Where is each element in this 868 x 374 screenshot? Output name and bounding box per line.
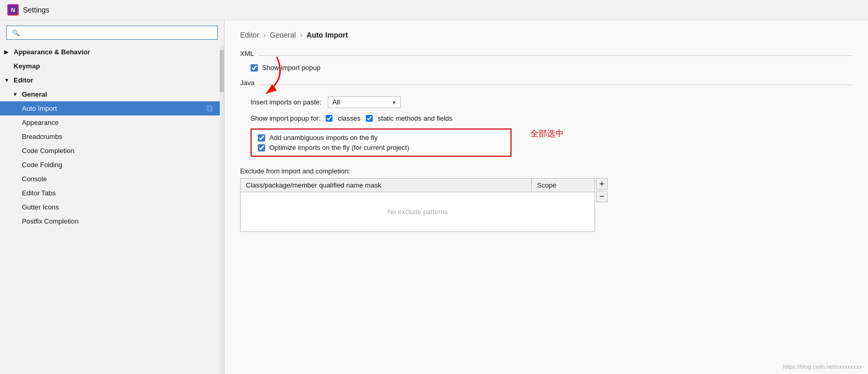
add-unambiguous-checkbox[interactable] <box>258 134 265 142</box>
show-import-for-row: Show import popup for: classes static me… <box>240 114 852 122</box>
classes-checkbox[interactable] <box>326 115 332 122</box>
insert-imports-select-wrapper: All Ask None <box>328 96 401 108</box>
sidebar-scrollbar[interactable] <box>220 45 224 374</box>
xml-section: XML Show import popup <box>240 50 852 72</box>
static-methods-checkbox[interactable] <box>366 115 373 122</box>
sidebar-item-label: Code Completion <box>22 147 74 155</box>
optimize-imports-row: Optimize imports on the fly (for current… <box>258 144 504 151</box>
exclude-empty-text: No exclude patterns <box>241 192 594 231</box>
breadcrumb: Editor › General › Auto Import <box>240 31 852 39</box>
insert-imports-select[interactable]: All Ask None <box>328 96 401 108</box>
show-import-popup-checkbox[interactable] <box>251 64 258 72</box>
classes-label: classes <box>338 114 360 122</box>
scrollbar-thumb[interactable] <box>220 50 224 92</box>
breadcrumb-sep-2: › <box>300 31 305 39</box>
sidebar-item-label: Code Folding <box>22 161 62 169</box>
xml-section-label: XML <box>240 50 254 57</box>
col-scope-header: Scope <box>532 179 594 192</box>
expand-arrow: ▼ <box>13 91 19 97</box>
breadcrumb-part-1: Editor <box>240 31 259 39</box>
java-section: Java Insert imports on paste: All Ask No… <box>240 79 852 163</box>
sidebar-item-general[interactable]: ▼ General <box>0 87 220 101</box>
insert-imports-label: Insert imports on paste: <box>251 98 322 106</box>
main-panel: Editor › General › Auto Import XML Show … <box>224 20 868 374</box>
search-icon: 🔍 <box>12 29 20 37</box>
table-actions: + − <box>596 178 608 202</box>
show-import-popup-row: Show import popup <box>240 64 852 72</box>
optimize-imports-label: Optimize imports on the fly (for current… <box>269 144 409 151</box>
sidebar-item-code-folding[interactable]: Code Folding <box>0 158 220 172</box>
svg-text:N: N <box>11 7 15 13</box>
search-wrapper: 🔍 <box>0 20 224 45</box>
app-icon: N <box>7 4 19 16</box>
expand-arrow: ▼ <box>4 77 10 83</box>
exclude-section: Exclude from import and completion: Clas… <box>240 167 852 232</box>
add-unambiguous-row: Add unambiguous imports on the fly <box>258 134 504 142</box>
xml-divider <box>258 55 852 56</box>
exclude-label: Exclude from import and completion: <box>240 167 852 175</box>
sidebar-item-label: Appearance & Behavior <box>14 48 90 56</box>
sidebar-item-label: Editor <box>14 76 33 84</box>
window-title: Settings <box>23 6 50 14</box>
sidebar-scroll-wrapper: ▶ Appearance & Behavior Keymap ▼ Editor … <box>0 45 224 374</box>
exclude-table: Class/package/member qualified name mask… <box>240 178 595 232</box>
fly-options-box: Add unambiguous imports on the fly Optim… <box>251 128 512 157</box>
sidebar-item-code-completion[interactable]: Code Completion <box>0 144 220 158</box>
title-bar: N Settings <box>0 0 868 20</box>
java-section-label: Java <box>240 79 254 87</box>
show-import-popup-label: Show import popup <box>262 64 320 72</box>
chinese-annotation: 全部选中 <box>530 128 564 139</box>
sidebar-item-label: Gutter Icons <box>22 203 59 211</box>
insert-imports-row: Insert imports on paste: All Ask None <box>240 96 852 108</box>
sidebar-item-appearance-behavior[interactable]: ▶ Appearance & Behavior <box>0 45 220 59</box>
java-divider <box>258 85 852 85</box>
sidebar-item-auto-import[interactable]: Auto Import ⿻ <box>0 101 220 115</box>
main-layout: 🔍 ▶ Appearance & Behavior Keymap ▼ <box>0 20 868 374</box>
sidebar: 🔍 ▶ Appearance & Behavior Keymap ▼ <box>0 20 224 374</box>
add-unambiguous-label: Add unambiguous imports on the fly <box>269 134 377 142</box>
sidebar-item-label: Console <box>22 175 47 183</box>
watermark: https://blog.csdn.net/xxxxxxxxx <box>783 364 862 370</box>
sidebar-item-label: Keymap <box>14 62 40 70</box>
search-input[interactable] <box>23 29 212 37</box>
sidebar-item-postfix-completion[interactable]: Postfix Completion <box>0 214 220 228</box>
sidebar-item-label: Auto Import <box>22 104 57 112</box>
remove-exclude-button[interactable]: − <box>596 191 608 202</box>
sidebar-item-label: Postfix Completion <box>22 217 78 225</box>
sidebar-item-keymap[interactable]: Keymap <box>0 59 220 73</box>
breadcrumb-sep-1: › <box>263 31 268 39</box>
sidebar-item-label: Appearance <box>22 119 58 126</box>
show-import-for-label: Show import popup for: <box>251 114 320 122</box>
exclude-table-header: Class/package/member qualified name mask… <box>241 179 594 192</box>
expand-arrow: ▶ <box>4 49 10 55</box>
exclude-table-wrapper: Class/package/member qualified name mask… <box>240 178 852 232</box>
sidebar-item-editor-tabs[interactable]: Editor Tabs <box>0 186 220 200</box>
sidebar-item-breadcrumbs[interactable]: Breadcrumbs <box>0 130 220 144</box>
static-methods-label: static methods and fields <box>378 114 453 122</box>
sidebar-item-label: Breadcrumbs <box>22 133 62 141</box>
sidebar-tree: ▶ Appearance & Behavior Keymap ▼ Editor … <box>0 45 220 374</box>
sidebar-item-appearance[interactable]: Appearance <box>0 115 220 130</box>
sidebar-item-gutter-icons[interactable]: Gutter Icons <box>0 200 220 214</box>
sidebar-item-editor[interactable]: ▼ Editor <box>0 73 220 87</box>
sidebar-item-console[interactable]: Console <box>0 172 220 186</box>
search-box-container: 🔍 <box>6 26 218 40</box>
sidebar-item-label: Editor Tabs <box>22 189 56 197</box>
add-exclude-button[interactable]: + <box>596 178 608 190</box>
highlighted-section: Add unambiguous imports on the fly Optim… <box>240 128 852 163</box>
breadcrumb-part-3: Auto Import <box>306 31 348 39</box>
optimize-imports-checkbox[interactable] <box>258 144 265 151</box>
breadcrumb-part-2: General <box>270 31 296 39</box>
col-name-header: Class/package/member qualified name mask <box>241 179 532 192</box>
sidebar-item-label: General <box>22 90 47 98</box>
copy-icon: ⿻ <box>207 104 213 112</box>
